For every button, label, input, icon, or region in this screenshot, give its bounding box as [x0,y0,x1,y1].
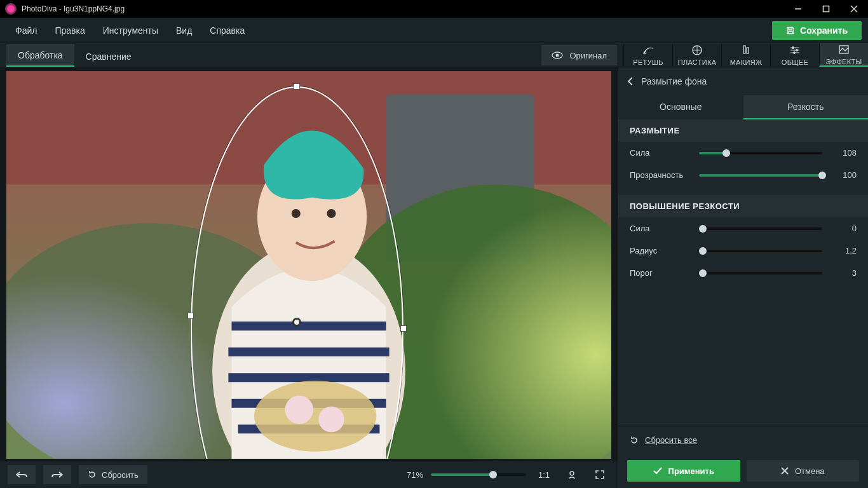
menu-view[interactable]: Вид [167,25,201,36]
reset-all-label: Сбросить все [645,435,697,445]
handle-right[interactable] [400,325,407,332]
zoom-readout: 71% [407,470,423,480]
selection-center-icon[interactable] [292,318,301,327]
section-sharp: ПОВЫШЕНИЕ РЕЗКОСТИ [618,195,868,217]
panel-tab-basic[interactable]: Основные [618,95,743,119]
menu-edit[interactable]: Правка [46,25,93,36]
cancel-label: Отмена [795,466,825,476]
slider-threshold[interactable] [699,272,822,274]
right-tab-makeup[interactable]: МАКИЯЖ [721,43,770,67]
svg-point-17 [794,51,796,53]
tab-compare[interactable]: Сравнение [74,45,143,67]
menu-help[interactable]: Справка [201,25,254,36]
tab-processing[interactable]: Обработка [6,44,74,67]
check-icon [653,467,662,475]
slider-threshold-label: Порог [630,268,690,278]
save-icon [786,26,795,35]
svg-rect-11 [747,48,749,53]
fullscreen-button[interactable] [590,465,610,484]
handle-left[interactable] [187,313,194,319]
handle-top[interactable] [294,83,300,90]
apply-label: Применить [668,466,714,476]
svg-point-5 [556,54,559,57]
panel-tab-sharp[interactable]: Резкость [743,95,869,119]
svg-rect-10 [743,46,745,53]
apply-button[interactable]: Применить [627,460,740,482]
slider-opacity[interactable] [699,174,822,177]
svg-point-16 [796,49,798,51]
undo-button[interactable] [8,465,36,484]
slider-strength-label: Сила [630,148,690,158]
save-button[interactable]: Сохранить [772,21,862,40]
cancel-button[interactable]: Отмена [747,460,860,482]
slider-opacity-label: Прозрачность [630,170,690,180]
reset-icon [88,470,97,479]
slider-opacity-value: 100 [831,170,857,180]
menu-file[interactable]: Файл [6,25,46,36]
window-title: PhotoDiva - Igu3N1ppNG4.jpg [22,4,125,13]
slider-radius[interactable] [699,250,822,252]
window-minimize-button[interactable] [784,0,812,18]
slider-radius-label: Радиус [630,246,690,255]
right-tab-effects[interactable]: ЭФФЕКТЫ [819,43,868,67]
reset-label: Сбросить [102,470,139,480]
window-close-button[interactable] [840,0,868,18]
svg-point-36 [570,471,574,475]
svg-rect-1 [824,6,829,12]
original-toggle-button[interactable]: Оригинал [541,45,617,65]
eye-icon [552,51,563,59]
reset-all-icon [630,436,639,445]
menu-tools[interactable]: Инструменты [94,25,167,36]
slider-strength2-value: 0 [831,224,857,233]
redo-button[interactable] [43,465,71,484]
panel-title: Размытие фона [641,76,707,86]
right-tab-plastic[interactable]: ПЛАСТИКА [672,43,721,67]
image-canvas[interactable] [6,71,611,459]
back-icon[interactable] [627,77,634,86]
slider-strength2[interactable] [699,227,822,230]
close-icon [781,467,789,475]
slider-threshold-value: 3 [831,268,857,278]
section-blur: РАЗМЫТИЕ [618,119,868,142]
slider-radius-value: 1,2 [831,246,857,255]
slider-strength[interactable] [699,152,822,154]
window-maximize-button[interactable] [812,0,840,18]
svg-point-15 [792,46,794,48]
right-tab-general[interactable]: ОБЩЕЕ [770,43,819,67]
app-logo-icon [5,3,17,15]
reset-all-button[interactable]: Сбросить все [618,426,868,454]
original-label: Оригинал [569,51,607,60]
save-label: Сохранить [800,25,848,36]
zoom-1to1-button[interactable]: 1:1 [534,465,554,484]
slider-strength-value: 108 [831,148,857,158]
slider-strength2-label: Сила [630,224,690,233]
reset-button[interactable]: Сбросить [79,465,147,484]
right-tab-retouch[interactable]: РЕТУШЬ [623,43,672,67]
zoom-slider[interactable] [431,473,526,476]
face-fit-button[interactable] [562,465,582,484]
